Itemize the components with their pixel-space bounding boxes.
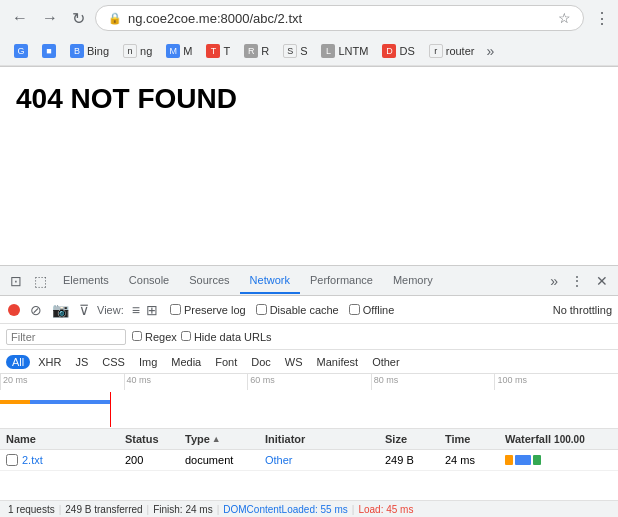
devtools-inspect-icon[interactable]: ⬚ [28,271,53,291]
tab-memory[interactable]: Memory [383,268,443,294]
filter-button[interactable]: ⊽ [77,300,91,320]
bookmarks-bar: G ■ B Bing n ng M M T T R R S S L [0,36,618,66]
bookmark-r[interactable]: R R [238,42,275,60]
bookmark-router[interactable]: r router [423,42,481,60]
type-tab-xhr[interactable]: XHR [32,355,67,369]
timeline-dom-loaded-line [110,392,111,427]
td-waterfall [499,453,618,467]
offline-checkbox[interactable] [349,304,360,315]
ruler-tick-60: 60 ms [247,374,371,390]
type-tab-other[interactable]: Other [366,355,406,369]
devtools-more-tabs-button[interactable]: » [544,269,564,293]
type-tab-media[interactable]: Media [165,355,207,369]
more-bookmarks-button[interactable]: » [482,41,498,61]
hide-data-urls-checkbox[interactable] [181,331,191,341]
type-tab-ws[interactable]: WS [279,355,309,369]
td-type: document [179,452,259,468]
hide-data-urls-label[interactable]: Hide data URLs [181,331,272,343]
disable-cache-label: Disable cache [270,304,339,316]
table-header: Name Status Type ▲ Initiator Size Time W… [0,429,618,450]
bookmark-star-button[interactable]: ☆ [558,10,571,26]
offline-checkbox-label[interactable]: Offline [349,304,395,316]
td-time: 24 ms [439,452,499,468]
view-label: View: [97,304,124,316]
type-tab-manifest[interactable]: Manifest [311,355,365,369]
bookmark-item[interactable]: ■ [36,42,62,60]
timeline-bar-waiting [0,400,30,404]
filter-options: Regex Hide data URLs [132,331,272,343]
bookmark-t[interactable]: T T [200,42,236,60]
throttle-selector[interactable]: No throttling [553,304,612,316]
type-tab-all[interactable]: All [6,355,30,369]
record-button[interactable] [6,302,22,318]
row-checkbox[interactable] [6,454,18,466]
preserve-log-checkbox-label[interactable]: Preserve log [170,304,246,316]
timeline-bars [0,392,618,428]
refresh-button[interactable]: ↻ [68,7,89,30]
type-filter-tabs: All XHR JS CSS Img Media Font Doc WS Man… [0,350,618,374]
bookmark-ds[interactable]: D DS [376,42,420,60]
bookmark-bing[interactable]: B Bing [64,42,115,60]
bookmark-icon: G [14,44,28,58]
timeline-ruler: 20 ms 40 ms 60 ms 80 ms 100 ms [0,374,618,390]
filter-bar: Regex Hide data URLs [0,324,618,350]
bookmark-label: T [223,45,230,57]
devtools-close-button[interactable]: ✕ [590,269,614,293]
bookmark-label: LNTM [338,45,368,57]
bookmark-ng[interactable]: n ng [117,42,158,60]
th-time: Time [439,431,499,447]
r-icon: R [244,44,258,58]
nav-bar: ← → ↻ 🔒 ng.coe2coe.me:8000/abc/2.txt ☆ ⋮ [0,0,618,36]
finish-time: Finish: 24 ms [153,504,212,515]
devtools-settings-button[interactable]: ⋮ [564,269,590,293]
m-icon: M [166,44,180,58]
devtools-dock-icon[interactable]: ⊡ [4,271,28,291]
bing-icon: B [70,44,84,58]
bookmark-lntm[interactable]: L LNTM [315,42,374,60]
bookmark-item[interactable]: G [8,42,34,60]
forward-button[interactable]: → [38,7,62,29]
filter-input[interactable] [6,329,126,345]
ruler-tick-20: 20 ms [0,374,124,390]
page-title: 404 NOT FOUND [16,83,602,115]
sort-icon: ▲ [212,434,221,444]
th-name: Name [0,431,119,447]
s-icon: S [283,44,297,58]
regex-label[interactable]: Regex [132,331,177,343]
ruler-tick-100: 100 ms [494,374,618,390]
tab-elements[interactable]: Elements [53,268,119,294]
bookmark-label: M [183,45,192,57]
ruler-tick-80: 80 ms [371,374,495,390]
th-type[interactable]: Type ▲ [179,431,259,447]
th-size: Size [379,431,439,447]
dom-content-loaded-time: DOMContentLoaded: 55 ms [223,504,348,515]
type-tab-js[interactable]: JS [69,355,94,369]
type-tab-img[interactable]: Img [133,355,163,369]
td-size: 249 B [379,452,439,468]
disable-cache-checkbox[interactable] [256,304,267,315]
bookmark-label: R [261,45,269,57]
preserve-log-checkbox[interactable] [170,304,181,315]
group-view-button[interactable]: ⊞ [144,300,160,320]
table-row[interactable]: 2.txt 200 document Other 249 B 24 ms [0,450,618,471]
browser-menu-button[interactable]: ⋮ [594,9,610,28]
disable-cache-checkbox-label[interactable]: Disable cache [256,304,339,316]
tab-performance[interactable]: Performance [300,268,383,294]
timeline-bar-receiving [30,400,110,404]
type-tab-doc[interactable]: Doc [245,355,277,369]
address-bar[interactable]: 🔒 ng.coe2coe.me:8000/abc/2.txt ☆ [95,5,584,31]
stop-button[interactable]: ⊘ [28,300,44,320]
bookmark-s[interactable]: S S [277,42,313,60]
tab-console[interactable]: Console [119,268,179,294]
regex-checkbox[interactable] [132,331,142,341]
camera-button[interactable]: 📷 [50,300,71,320]
back-button[interactable]: ← [8,7,32,29]
ds-icon: D [382,44,396,58]
tab-sources[interactable]: Sources [179,268,239,294]
list-view-button[interactable]: ≡ [130,300,142,320]
tab-network[interactable]: Network [240,268,300,294]
type-tab-font[interactable]: Font [209,355,243,369]
request-name-link[interactable]: 2.txt [22,454,43,466]
bookmark-m[interactable]: M M [160,42,198,60]
type-tab-css[interactable]: CSS [96,355,131,369]
